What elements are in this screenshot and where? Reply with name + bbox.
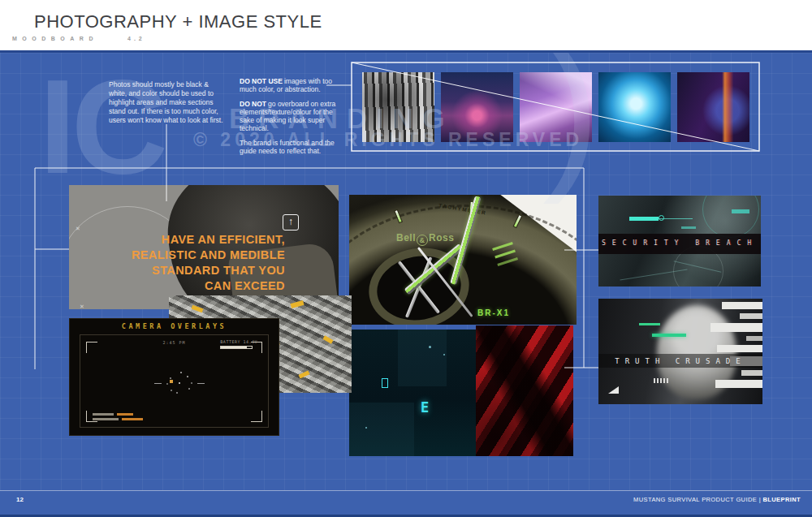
battery-label: BATTERY 14.4V: [220, 339, 257, 344]
watch-model-label: BR-X1: [477, 308, 510, 317]
reticle-dash: [154, 383, 162, 384]
watch-closeup-image: TACHYMETER Bell&Ross BR-X1: [349, 195, 577, 325]
arrow-up-icon: ↑: [283, 214, 299, 230]
strip-tile-glitch-tech: [677, 72, 749, 142]
terminal-glitch-image: E: [349, 330, 476, 456]
footer-separator: |: [759, 496, 761, 503]
x-mark-icon: ✕: [76, 226, 80, 232]
camera-overlays-image: CAMERA OVERLAYS 2:45 PM BATTERY 14.4V: [69, 318, 279, 436]
rule-3-text: The brand is functional and the guide ne…: [240, 139, 335, 155]
quote-line: HAVE AN EFFICIENT,: [72, 232, 285, 248]
hud-dash: [681, 226, 696, 229]
terminal-cursor-box: [382, 378, 388, 388]
backpack-quote-image: ✕ ✕ ↑ HAVE AN EFFICIENT, REALISTIC AND M…: [69, 185, 339, 309]
corner-bracket-icon: [251, 411, 262, 422]
battery-fill: [221, 347, 246, 348]
battery-indicator: BATTERY 14.4V: [220, 339, 257, 349]
yellow-equipment-mark: [299, 370, 310, 378]
triangle-mark-icon: [608, 386, 619, 394]
brand-right: Ross: [429, 232, 454, 243]
quote-line: REALISTIC AND MEDIBLE: [72, 248, 285, 263]
rule-1-emphasis: DO NOT USE: [240, 77, 283, 85]
red-shading: [476, 325, 573, 456]
quote-line: CAN EXCEED: [72, 278, 285, 294]
page-header: PHOTOGRAPHY + IMAGE STYLE MOODBOARD 4.2: [0, 0, 812, 50]
strip-tile-cyber-city: [441, 72, 513, 142]
footer-divider: [0, 490, 812, 491]
watch-brand-logo: Bell&Ross: [396, 232, 454, 246]
security-breach-label: SECURITY BREACH: [598, 239, 761, 247]
rule-1: DO NOT USEimages with too much color, or…: [240, 77, 348, 93]
yellow-equipment-mark: [323, 335, 334, 343]
hud-dash: [732, 209, 749, 213]
camera-overlays-title: CAMERA OVERLAYS: [70, 322, 279, 330]
photo-guideline-note: Photos should mostly be black & white, a…: [109, 80, 227, 125]
tick-marks: [654, 378, 655, 383]
rule-2: DO NOTgo overboard on extra elements/tex…: [240, 100, 348, 132]
yellow-equipment-mark: [290, 300, 304, 308]
security-breach-image: SECURITY BREACH: [598, 196, 761, 287]
footer-text: MUSTANG SURVIVAL PRODUCT GUIDE | BLUEPRI…: [633, 496, 801, 503]
strip-tile-neon-street: [520, 72, 592, 142]
truth-crusade-label: TRUTH CRUSADE: [598, 357, 762, 365]
strip-tile-glitch-portrait: [362, 72, 434, 142]
donot-guideline-note: DO NOT USEimages with too much color, or…: [240, 77, 348, 162]
reticle-amber-dot: [170, 380, 173, 383]
x-mark-icon: ✕: [80, 304, 84, 309]
reticle-dots: [179, 382, 180, 384]
yellow-equipment-mark: [192, 305, 204, 312]
brand-quote: HAVE AN EFFICIENT, REALISTIC AND MEDIBLE…: [72, 232, 285, 294]
footer-brand: BLUEPRINT: [762, 496, 801, 503]
glitch-bars: [704, 302, 762, 388]
telemetry-row: [93, 418, 146, 420]
reticle-dash: [197, 383, 205, 384]
moodboard-page: PHOTOGRAPHY + IMAGE STYLE MOODBOARD 4.2 …: [0, 0, 812, 517]
rule-3: The brand is functional and the guide ne…: [240, 139, 348, 155]
green-accent-bar: [652, 334, 686, 337]
compass-reticle-icon: [166, 369, 193, 397]
hud-progress-bar: [629, 217, 659, 221]
page-number: 12: [16, 496, 24, 503]
truth-crusade-image: TRUTH CRUSADE: [598, 299, 762, 404]
battery-bar: [220, 346, 253, 349]
rule-2-emphasis: DO NOT: [240, 100, 266, 108]
brand-left: Bell: [396, 232, 416, 243]
hud-knob: [659, 215, 664, 221]
telemetry-row: [93, 413, 136, 416]
red-abstract-image: [476, 325, 573, 456]
terminal-block: [349, 403, 414, 456]
section-number: 4.2: [127, 36, 145, 41]
header-divider: [0, 50, 812, 53]
strip-tile-plasma-sphere: [598, 72, 671, 142]
brand-ampersand: &: [417, 235, 428, 246]
page-title: PHOTOGRAPHY + IMAGE STYLE: [34, 11, 322, 32]
footer-guide-name: MUSTANG SURVIVAL PRODUCT GUIDE: [633, 496, 757, 503]
hud-circle: [702, 196, 759, 238]
terminal-block: [398, 330, 447, 386]
quote-line: STANDARD THAT YOU: [72, 263, 285, 278]
green-accent-bar: [639, 323, 660, 325]
doc-type-label: MOODBOARD: [12, 36, 98, 41]
terminal-glyph: E: [421, 399, 429, 416]
